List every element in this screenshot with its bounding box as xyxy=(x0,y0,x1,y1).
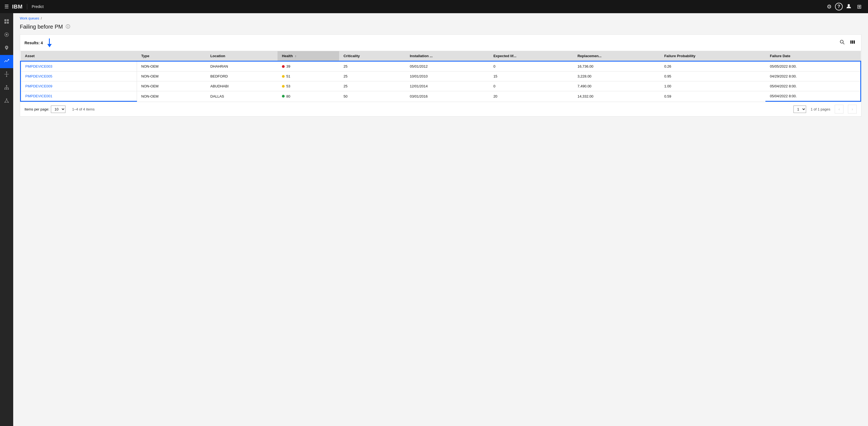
sidebar-item-home[interactable] xyxy=(0,29,13,42)
items-per-page-select[interactable]: 10 20 50 xyxy=(51,105,65,113)
cell-expected-life: 0 xyxy=(489,61,573,71)
prev-page-button[interactable]: ‹ xyxy=(835,105,843,113)
col-header-replacement[interactable]: Replacemen... xyxy=(573,51,660,61)
sidebar-item-catalog[interactable] xyxy=(0,15,13,29)
cell-installation: 03/01/2016 xyxy=(405,91,489,101)
svg-line-23 xyxy=(7,99,8,102)
cell-failure-probability: 0.59 xyxy=(660,91,766,101)
col-header-health[interactable]: Health ↑ xyxy=(278,51,339,61)
pagination: Items per page: 10 20 50 1–4 of 4 items … xyxy=(20,102,861,116)
page-title: Failing before PM xyxy=(20,24,63,30)
sort-icon-health: ↑ xyxy=(295,55,297,58)
search-button[interactable] xyxy=(838,38,846,47)
table-body: PMPDEVICE003NON-OEMDHAHRAN392505/01/2012… xyxy=(21,61,861,101)
items-range: 1–4 of 4 items xyxy=(72,107,95,111)
sidebar-item-hierarchy[interactable] xyxy=(0,81,13,95)
page-info: 1 of 1 pages xyxy=(810,107,830,111)
ibm-logo: IBM xyxy=(12,4,23,10)
table-row: PMPDEVICE001NON-OEMDALLAS805003/01/20162… xyxy=(21,91,861,101)
breadcrumb-work-queues[interactable]: Work queues xyxy=(20,17,39,20)
svg-rect-1 xyxy=(4,19,6,21)
svg-point-6 xyxy=(6,34,7,35)
cell-health: 80 xyxy=(278,91,339,101)
svg-line-26 xyxy=(843,43,844,44)
health-dot-yellow xyxy=(282,85,285,88)
health-dot-yellow xyxy=(282,75,285,78)
table-container: Results: 4 Asset T xyxy=(20,34,861,117)
catalog-icon xyxy=(4,19,9,26)
cell-installation: 10/01/2010 xyxy=(405,71,489,81)
main-layout: Work queues / Failing before PM ⓘ Result… xyxy=(0,13,868,426)
arrow-shaft xyxy=(49,38,50,44)
cell-expected-life: 15 xyxy=(489,71,573,81)
sidebar-item-connections[interactable] xyxy=(0,95,13,108)
cell-location: ABUDHABI xyxy=(206,81,278,91)
sidebar-item-flow[interactable] xyxy=(0,68,13,81)
asset-link-pmpdevice001[interactable]: PMPDEVICE001 xyxy=(25,94,52,98)
asset-link-pmpdevice009[interactable]: PMPDEVICE009 xyxy=(25,84,52,88)
cell-replacement: 7,490.00 xyxy=(573,81,660,91)
analytics-icon xyxy=(4,58,9,65)
table-row: PMPDEVICE005NON-OEMBEDFORD512510/01/2010… xyxy=(21,71,861,81)
svg-point-19 xyxy=(6,98,7,99)
next-page-button[interactable]: › xyxy=(848,105,857,113)
asset-link-pmpdevice003[interactable]: PMPDEVICE003 xyxy=(25,64,52,68)
help-icon[interactable]: ? xyxy=(835,3,843,10)
account-icon[interactable] xyxy=(844,1,854,12)
col-header-failure-date[interactable]: Failure Date xyxy=(766,51,861,61)
health-dot-green xyxy=(282,95,285,98)
col-header-asset[interactable]: Asset xyxy=(21,51,137,61)
page-number-select[interactable]: 1 xyxy=(794,105,806,113)
asset-link-pmpdevice005[interactable]: PMPDEVICE005 xyxy=(25,74,52,78)
svg-rect-2 xyxy=(7,19,9,21)
cell-health: 51 xyxy=(278,71,339,81)
cell-failure-date: 05/04/2022 8:00. xyxy=(766,91,861,101)
page-header: Failing before PM ⓘ xyxy=(13,22,868,34)
sidebar-item-location[interactable] xyxy=(0,42,13,55)
results-count: Results: 4 xyxy=(25,41,43,45)
cell-failure-probability: 0.95 xyxy=(660,71,766,81)
info-icon[interactable]: ⓘ xyxy=(66,24,70,30)
apps-icon[interactable]: ⊞ xyxy=(855,1,864,12)
settings-icon[interactable]: ⚙ xyxy=(825,1,834,12)
svg-rect-11 xyxy=(4,89,5,90)
col-header-location[interactable]: Location xyxy=(206,51,278,61)
cell-type: NON-OEM xyxy=(137,91,206,101)
table-header: Asset Type Location Health ↑ Criticality… xyxy=(21,51,861,61)
svg-rect-10 xyxy=(6,85,7,86)
items-per-page-label: Items per page: xyxy=(25,107,49,111)
cell-failure-probability: 0.26 xyxy=(660,61,766,71)
health-value: 39 xyxy=(286,64,290,68)
col-header-installation[interactable]: Installation ... xyxy=(405,51,489,61)
cell-criticality: 25 xyxy=(339,61,405,71)
cell-failure-date: 05/04/2022 8:00. xyxy=(766,81,861,91)
column-settings-button[interactable] xyxy=(848,38,857,47)
arrow-annotation xyxy=(47,38,52,47)
col-header-criticality[interactable]: Criticality xyxy=(339,51,405,61)
col-header-expected-life[interactable]: Expected lif... xyxy=(489,51,573,61)
cell-replacement: 16,736.00 xyxy=(573,61,660,71)
svg-point-8 xyxy=(6,71,7,72)
sidebar-item-analytics[interactable] xyxy=(0,55,13,68)
nav-icon-group: ⚙ ? ⊞ xyxy=(825,1,864,12)
home-icon xyxy=(4,32,9,39)
cell-criticality: 25 xyxy=(339,81,405,91)
svg-point-21 xyxy=(8,102,9,103)
cell-failure-probability: 1.00 xyxy=(660,81,766,91)
table-row: PMPDEVICE009NON-OEMABUDHABI532512/01/201… xyxy=(21,81,861,91)
health-dot-red xyxy=(282,65,285,68)
svg-rect-4 xyxy=(7,22,9,24)
flow-icon xyxy=(4,71,9,78)
col-header-failure-probability[interactable]: Failure Probability xyxy=(660,51,766,61)
page-select-control: 1 xyxy=(794,105,806,113)
hamburger-menu[interactable]: ☰ xyxy=(4,4,9,10)
cell-expected-life: 0 xyxy=(489,81,573,91)
svg-line-22 xyxy=(5,99,7,102)
cell-expected-life: 20 xyxy=(489,91,573,101)
top-navigation: ☰ IBM Predict ⚙ ? ⊞ xyxy=(0,0,868,13)
health-value: 53 xyxy=(286,84,290,88)
col-header-type[interactable]: Type xyxy=(137,51,206,61)
cell-type: NON-OEM xyxy=(137,61,206,71)
svg-rect-28 xyxy=(852,40,853,44)
svg-point-7 xyxy=(6,47,7,48)
